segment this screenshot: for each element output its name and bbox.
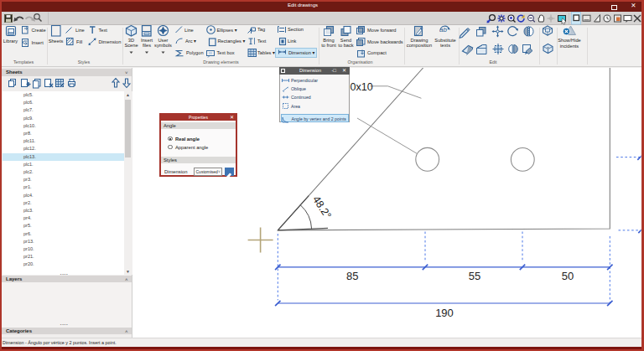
svg-text:48.2°: 48.2° (310, 194, 334, 221)
svg-text:55: 55 (469, 270, 480, 282)
svg-text:50: 50 (562, 270, 574, 282)
svg-text:0x10: 0x10 (351, 81, 373, 93)
svg-text:85: 85 (346, 270, 358, 282)
svg-text:190: 190 (435, 307, 454, 319)
